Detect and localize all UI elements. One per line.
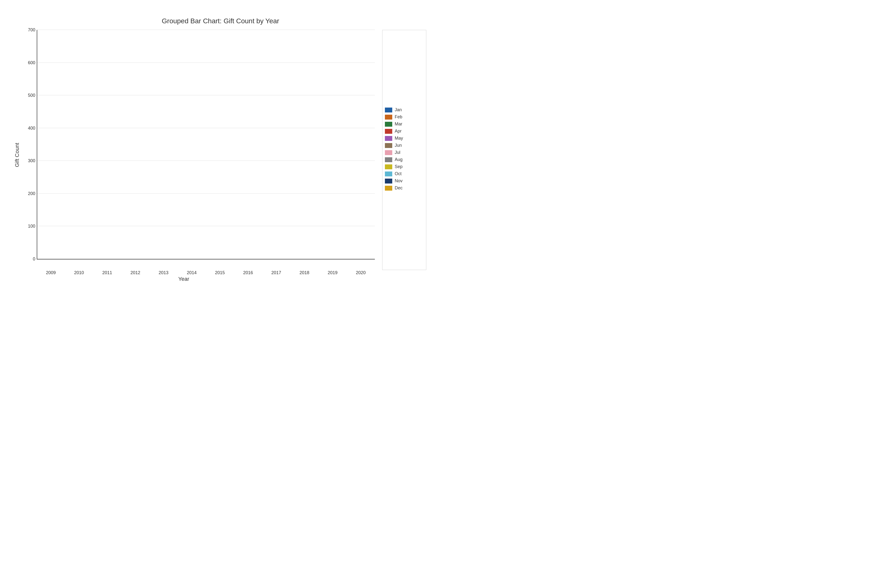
- chart-plot: 0100200300400500600700 20092010201120122…: [22, 27, 380, 282]
- legend-label: Nov: [395, 178, 402, 183]
- legend-label: Sep: [395, 164, 402, 169]
- legend-item: Jun: [385, 143, 424, 148]
- bars-container: [37, 30, 375, 259]
- x-tick-label: 2014: [178, 270, 206, 275]
- y-tick-label: 100: [28, 224, 35, 229]
- x-tick-label: 2013: [150, 270, 178, 275]
- legend-item: Aug: [385, 157, 424, 162]
- x-tick-label: 2019: [318, 270, 346, 275]
- legend: JanFebMarAprMayJunJulAugSepOctNovDec: [382, 30, 426, 270]
- legend-color-box: [385, 164, 392, 169]
- legend-color-box: [385, 108, 392, 112]
- x-tick-label: 2010: [65, 270, 93, 275]
- legend-item: Jul: [385, 150, 424, 155]
- x-axis: 2009201020112012201320142015201620172018…: [37, 270, 375, 275]
- legend-label: Jul: [395, 150, 400, 155]
- legend-label: Feb: [395, 114, 402, 120]
- chart-and-legend: 0100200300400500600700 20092010201120122…: [22, 27, 429, 282]
- x-tick-label: 2009: [37, 270, 65, 275]
- chart-area: Gift Count 0100200300400500600700 200920…: [12, 27, 429, 282]
- legend-color-box: [385, 129, 392, 134]
- legend-color-box: [385, 186, 392, 190]
- legend-item: Oct: [385, 171, 424, 176]
- x-tick-label: 2011: [93, 270, 121, 275]
- x-tick-label: 2016: [234, 270, 262, 275]
- y-tick-label: 600: [28, 60, 35, 65]
- legend-label: Jun: [395, 143, 402, 148]
- legend-color-box: [385, 136, 392, 141]
- legend-item: Jan: [385, 107, 424, 112]
- y-tick-label: 400: [28, 126, 35, 130]
- y-tick-label: 700: [28, 27, 35, 33]
- legend-color-box: [385, 171, 392, 176]
- x-tick-label: 2017: [262, 270, 290, 275]
- legend-color-box: [385, 115, 392, 120]
- legend-item: Sep: [385, 164, 424, 169]
- legend-label: Jan: [395, 107, 402, 112]
- chart-title: Grouped Bar Chart: Gift Count by Year: [12, 12, 429, 25]
- legend-label: Oct: [395, 171, 402, 176]
- legend-label: Apr: [395, 129, 402, 134]
- y-tick-label: 500: [28, 93, 35, 98]
- legend-item: Nov: [385, 178, 424, 183]
- legend-label: Dec: [395, 186, 402, 190]
- legend-item: Feb: [385, 114, 424, 120]
- chart-container: Grouped Bar Chart: Gift Count by Year Gi…: [12, 12, 429, 282]
- legend-item: May: [385, 136, 424, 141]
- legend-color-box: [385, 143, 392, 148]
- y-tick-label: 300: [28, 158, 35, 164]
- legend-label: Aug: [395, 157, 402, 162]
- legend-item: Dec: [385, 186, 424, 190]
- x-tick-label: 2020: [346, 270, 375, 275]
- legend-item: Mar: [385, 122, 424, 127]
- legend-color-box: [385, 122, 392, 127]
- legend-color-box: [385, 178, 392, 183]
- x-tick-label: 2015: [206, 270, 234, 275]
- legend-label: Mar: [395, 122, 402, 127]
- legend-item: Apr: [385, 129, 424, 134]
- x-axis-title: Year: [37, 276, 331, 282]
- x-tick-label: 2018: [290, 270, 318, 275]
- legend-color-box: [385, 157, 392, 162]
- legend-color-box: [385, 150, 392, 155]
- legend-label: May: [395, 136, 403, 141]
- plot-area: 0100200300400500600700: [37, 30, 375, 260]
- y-tick-label: 0: [33, 256, 35, 262]
- y-axis-label: Gift Count: [12, 27, 22, 282]
- y-tick-label: 200: [28, 191, 35, 196]
- x-tick-label: 2012: [121, 270, 150, 275]
